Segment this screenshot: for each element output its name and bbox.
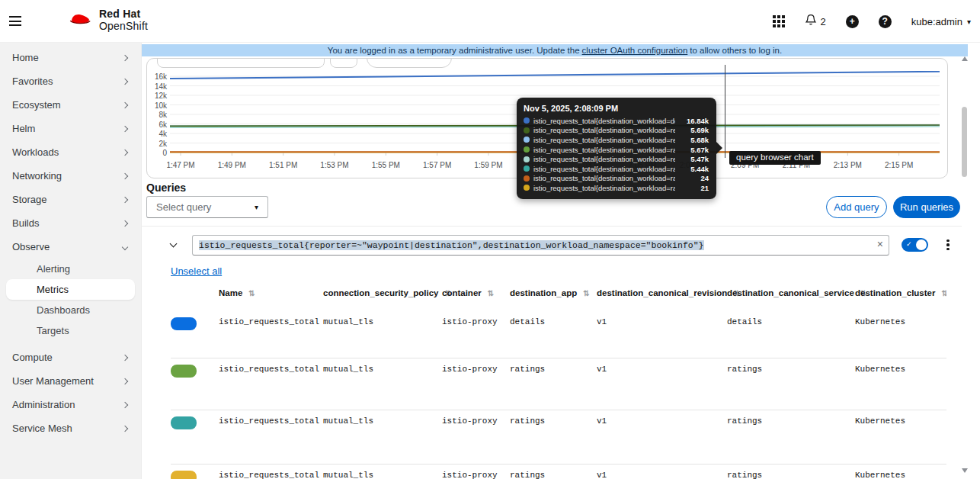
y-tick-label: 10k [147, 101, 167, 109]
sidebar-item-builds[interactable]: Builds [0, 211, 141, 235]
sort-icon: ⇅ [488, 289, 494, 297]
sidebar-item-user-management[interactable]: User Management [0, 369, 141, 393]
table-cell: istio-proxy [442, 471, 510, 479]
column-header-destination_cluster[interactable]: destination_cluster⇅ [855, 288, 946, 297]
x-tick-label: 1:57 PM [423, 161, 451, 169]
user-menu[interactable]: kube:admin ▾ [911, 16, 971, 27]
table-cell: istio-proxy [442, 416, 510, 426]
tooltip-series-label: istio_requests_total{destination_workloa… [533, 146, 675, 154]
tooltip-series-value: 5.69k [680, 126, 709, 134]
unselect-all-link[interactable]: Unselect all [171, 265, 222, 277]
sidebar-item-observe[interactable]: Observe [0, 235, 141, 259]
table-cell: mutual_tls [323, 365, 442, 374]
table-cell: v1 [597, 365, 727, 374]
sidebar-item-workloads[interactable]: Workloads [0, 140, 141, 164]
sidebar-item-administration[interactable]: Administration [0, 393, 141, 416]
scroll-up-arrow[interactable] [962, 56, 968, 61]
column-header-destination_app[interactable]: destination_app⇅ [510, 288, 597, 297]
table-row: istio_requests_totalmutual_tlsistio-prox… [171, 311, 946, 358]
x-tick-label: 1:49 PM [218, 161, 246, 169]
collapse-query-chevron-icon[interactable] [170, 240, 178, 248]
table-row: istio_requests_totalmutual_tlsistio-prox… [171, 465, 946, 479]
app-launcher-button[interactable] [773, 15, 785, 27]
series-color-swatch[interactable] [171, 471, 197, 479]
series-color-swatch[interactable] [171, 416, 197, 429]
reset-zoom-button-partial[interactable] [367, 58, 452, 68]
column-header-label: Name [219, 288, 242, 297]
query-expression-text: istio_requests_total{reporter=~"waypoint… [199, 240, 704, 250]
sidebar-item-alerting[interactable]: Alerting [0, 259, 141, 279]
sidebar-item-compute[interactable]: Compute [0, 346, 141, 369]
scrollbar-thumb[interactable] [962, 107, 967, 177]
refresh-button-partial[interactable] [330, 58, 357, 68]
sidebar-item-helm[interactable]: Helm [0, 117, 141, 140]
enable-query-toggle[interactable]: ✓ [902, 238, 928, 252]
tooltip-series-label: istio_requests_total{destination_workloa… [533, 174, 675, 182]
tooltip-series-row: istio_requests_total{destination_workloa… [524, 164, 709, 174]
table-cell: mutual_tls [323, 317, 442, 326]
column-header-container[interactable]: container⇅ [442, 288, 510, 297]
chevron-right-icon [122, 401, 128, 407]
sidebar-item-label: Helm [12, 123, 35, 134]
tooltip-series-label: istio_requests_total{destination_workloa… [533, 165, 675, 173]
sidebar-item-dashboards[interactable]: Dashboards [0, 300, 141, 320]
series-dot-icon [524, 146, 530, 153]
column-header-label: destination_app [510, 288, 577, 297]
sidebar-item-home[interactable]: Home [0, 46, 141, 69]
table-cell: mutual_tls [323, 471, 442, 479]
tooltip-series-row: istio_requests_total{destination_workloa… [524, 116, 709, 126]
tooltip-timestamp: Nov 5, 2025, 2:08:09 PM [524, 104, 709, 113]
column-header-connection_security_policy[interactable]: connection_security_policy⇅ [323, 288, 442, 297]
sidebar-item-service-mesh[interactable]: Service Mesh [0, 416, 141, 440]
sidebar-item-favorites[interactable]: Favorites [0, 69, 141, 93]
column-header-destination_canonical_revision[interactable]: destination_canonical_revision⇅ [597, 288, 727, 297]
column-header-label: destination_cluster [855, 288, 935, 297]
brand-text: Red HatOpenShift [99, 8, 148, 32]
plus-circle-icon: + [846, 15, 859, 28]
x-tick-label: 1:59 PM [474, 161, 502, 169]
sidebar-item-label: Home [12, 52, 39, 63]
series-dot-icon [524, 156, 530, 162]
run-queries-button[interactable]: Run queries [893, 196, 960, 218]
sidebar-item-storage[interactable]: Storage [0, 188, 141, 211]
oauth-configuration-link[interactable]: cluster OAuth configuration [582, 46, 688, 55]
table-cell: istio-proxy [442, 365, 510, 374]
query-expression-input[interactable]: istio_requests_total{reporter=~"waypoint… [192, 235, 889, 256]
sidebar-item-metrics[interactable]: Metrics [6, 279, 135, 300]
queries-section-label: Queries [146, 182, 186, 194]
select-query-dropdown[interactable]: Select query ▾ [146, 196, 268, 218]
column-header-destination_canonical_service[interactable]: destination_canonical_service⇅ [727, 288, 855, 297]
y-tick-label: 16k [147, 72, 167, 81]
tooltip-series-row: istio_requests_total{destination_workloa… [524, 145, 709, 155]
notifications-button[interactable]: 2 [805, 14, 826, 29]
sidebar-item-ecosystem[interactable]: Ecosystem [0, 93, 141, 117]
table-cell: details [510, 317, 597, 326]
table-row: istio_requests_totalmutual_tlsistio-prox… [171, 410, 946, 465]
column-header-name[interactable]: Name⇅ [219, 288, 323, 297]
series-color-swatch[interactable] [171, 317, 197, 330]
table-cell: ratings [727, 416, 855, 426]
column-header-label: container [442, 288, 482, 297]
scroll-down-arrow[interactable] [962, 468, 968, 473]
query-kebab-menu[interactable] [940, 236, 956, 253]
help-button[interactable]: ? [879, 15, 892, 28]
chevron-right-icon [122, 78, 128, 84]
question-circle-icon: ? [879, 15, 892, 28]
y-tick-label: 4k [147, 130, 167, 138]
column-header-label: connection_security_policy [323, 288, 438, 297]
sidebar-item-label: Service Mesh [12, 423, 72, 434]
temporary-admin-banner: You are logged in as a temporary adminis… [142, 44, 968, 56]
timespan-dropdown-partial[interactable] [157, 58, 325, 68]
add-query-button[interactable]: Add query [826, 196, 887, 218]
nav-toggle-hamburger-icon[interactable] [9, 16, 21, 26]
brand-logo[interactable]: Red HatOpenShift [67, 8, 148, 32]
series-color-swatch[interactable] [171, 365, 197, 378]
section-divider [142, 226, 962, 227]
clear-expression-icon[interactable]: × [877, 238, 883, 250]
sidebar-item-networking[interactable]: Networking [0, 164, 141, 188]
series-dot-icon [524, 166, 530, 172]
import-yaml-button[interactable]: + [846, 15, 859, 28]
table-cell: istio_requests_total [219, 416, 323, 426]
sort-icon: ⇅ [583, 289, 589, 297]
sidebar-item-targets[interactable]: Targets [0, 320, 141, 341]
